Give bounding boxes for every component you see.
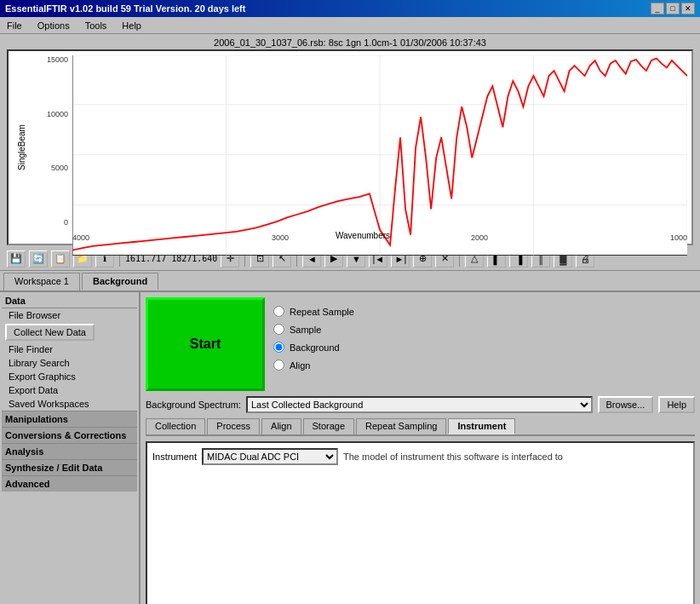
- tab-align[interactable]: Align: [261, 418, 301, 434]
- tab-repeat-sampling[interactable]: Repeat Sampling: [356, 418, 446, 434]
- sidebar-conversions[interactable]: Conversions & Corrections: [2, 427, 137, 443]
- sidebar-synthesize[interactable]: Synthesize / Edit Data: [2, 459, 137, 475]
- sidebar-library-search[interactable]: Library Search: [2, 356, 137, 370]
- content-area: Start Repeat Sample Sample Background Al…: [141, 292, 700, 604]
- sidebar: Data File Browser Collect New Data File …: [0, 292, 141, 604]
- menu-help[interactable]: Help: [118, 20, 145, 32]
- copy-button[interactable]: 📋: [51, 250, 70, 267]
- close-button[interactable]: ✕: [681, 3, 695, 14]
- instrument-desc: The model of instrument this software is…: [343, 452, 563, 462]
- chart-area: SingleBeam 15000 10000 5000 0: [7, 49, 693, 245]
- toolbar-coords: 1611.717 18271.640: [125, 254, 217, 263]
- chart-x-label: Wavenumbers: [336, 231, 390, 240]
- bg-spectrum-row: Background Spectrum: Last Collected Back…: [146, 396, 695, 413]
- start-button[interactable]: Start: [146, 297, 265, 391]
- instrument-row: Instrument MIDAC Dual ADC PCI The model …: [152, 448, 688, 465]
- maximize-button[interactable]: □: [666, 3, 680, 14]
- sidebar-file-finder[interactable]: File Finder: [2, 342, 137, 356]
- menu-bar: File Options Tools Help: [0, 17, 700, 34]
- title-bar: EssentialFTIR v1.02 build 59 Trial Versi…: [0, 0, 700, 17]
- menu-file[interactable]: File: [3, 20, 26, 32]
- bg-spectrum-select[interactable]: Last Collected Background: [246, 396, 593, 413]
- radio-background[interactable]: Background: [273, 342, 354, 353]
- start-section: Start Repeat Sample Sample Background Al…: [146, 297, 695, 391]
- refresh-button[interactable]: 🔄: [29, 250, 48, 267]
- sidebar-export-data[interactable]: Export Data: [2, 383, 137, 397]
- chart-y-axis: 15000 10000 5000 0: [38, 55, 68, 227]
- app-title: EssentialFTIR v1.02 build 59 Trial Versi…: [5, 3, 245, 14]
- instrument-panel: Instrument MIDAC Dual ADC PCI The model …: [146, 441, 695, 604]
- chart-container: 2006_01_30_1037_06.rsb: 8sc 1gn 1.0cm-1 …: [0, 34, 700, 247]
- help-button[interactable]: Help: [658, 396, 695, 413]
- window-controls[interactable]: _ □ ✕: [651, 3, 695, 14]
- sidebar-export-graphics[interactable]: Export Graphics: [2, 370, 137, 383]
- collect-new-data-button[interactable]: Collect New Data: [5, 324, 95, 341]
- sidebar-saved-workspaces[interactable]: Saved Workspaces: [2, 397, 137, 411]
- radio-group: Repeat Sample Sample Background Align: [273, 297, 354, 371]
- save-button[interactable]: 💾: [7, 250, 26, 267]
- radio-align[interactable]: Align: [273, 360, 354, 371]
- tab-instrument[interactable]: Instrument: [448, 418, 515, 434]
- radio-repeat-sample[interactable]: Repeat Sample: [273, 306, 354, 317]
- inner-tabs: Collection Process Align Storage Repeat …: [146, 418, 695, 436]
- menu-tools[interactable]: Tools: [82, 20, 111, 32]
- tab-storage[interactable]: Storage: [303, 418, 355, 434]
- sidebar-advanced[interactable]: Advanced: [2, 475, 137, 492]
- top-tab-row: Workspace 1 Background: [0, 271, 700, 292]
- tab-workspace1[interactable]: Workspace 1: [3, 273, 80, 290]
- instrument-label: Instrument: [152, 452, 197, 462]
- radio-sample[interactable]: Sample: [273, 324, 354, 335]
- minimize-button[interactable]: _: [651, 3, 664, 14]
- tab-process[interactable]: Process: [207, 418, 260, 434]
- main-layout: Data File Browser Collect New Data File …: [0, 292, 700, 604]
- sidebar-data-title: Data: [2, 294, 137, 308]
- chart-y-label: SingleBeam: [9, 51, 34, 244]
- menu-options[interactable]: Options: [34, 20, 73, 32]
- sidebar-manipulations[interactable]: Manipulations: [2, 411, 137, 427]
- instrument-select[interactable]: MIDAC Dual ADC PCI: [202, 448, 338, 465]
- chart-plot: 15000 10000 5000 0: [34, 51, 691, 244]
- tab-collection[interactable]: Collection: [146, 418, 205, 434]
- sidebar-analysis[interactable]: Analysis: [2, 443, 137, 459]
- browse-button[interactable]: Browse...: [598, 396, 654, 413]
- bg-spectrum-label: Background Spectrum:: [146, 400, 241, 410]
- tab-background[interactable]: Background: [82, 273, 158, 290]
- chart-title: 2006_01_30_1037_06.rsb: 8sc 1gn 1.0cm-1 …: [7, 37, 693, 48]
- sidebar-file-browser[interactable]: File Browser: [2, 308, 137, 322]
- chart-svg: [72, 55, 687, 256]
